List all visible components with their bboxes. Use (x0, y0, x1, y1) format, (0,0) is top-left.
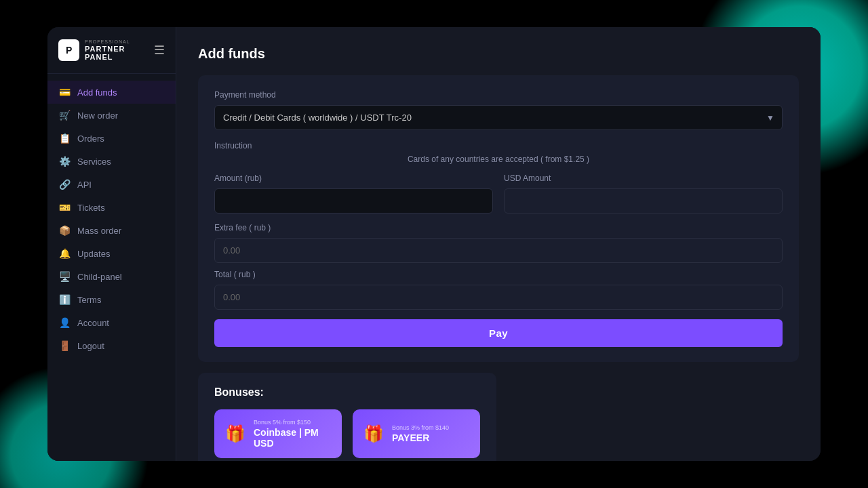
payment-method-section: Payment method Credit / Debit Cards ( wo… (214, 90, 783, 130)
logo-text: PROFESSIONAL PARTNER PANEL (85, 39, 154, 61)
bonus-small-text-1: Bonus 5% from $150 (254, 419, 331, 426)
total-label: Total ( rub ) (214, 270, 783, 279)
bonus-text-coinbase: Bonus 5% from $150 Coinbase | PM USD (254, 419, 331, 449)
usd-amount-group: USD Amount (504, 174, 783, 214)
sidebar-item-new-order[interactable]: 🛒 New order (47, 104, 176, 127)
hamburger-menu-icon[interactable]: ☰ (154, 43, 165, 58)
terms-icon: ℹ️ (58, 294, 71, 305)
payment-method-select-wrapper: Credit / Debit Cards ( worldwide ) / USD… (214, 105, 783, 130)
tickets-icon: 🎫 (58, 202, 71, 213)
sidebar-header: P PROFESSIONAL PARTNER PANEL ☰ (47, 27, 176, 74)
bonus-item-payeer[interactable]: 🎁 Bonus 3% from $140 PAYEER (353, 409, 480, 458)
sidebar-item-mass-order[interactable]: 📦 Mass order (47, 219, 176, 242)
extra-fee-group: Extra fee ( rub ) (214, 223, 783, 263)
amount-input[interactable] (214, 188, 493, 214)
bonus-text-payeer: Bonus 3% from $140 PAYEER (392, 424, 449, 443)
extra-fee-input (214, 238, 783, 263)
bonus-gift-icon-1: 🎁 (225, 424, 245, 443)
usd-amount-label: USD Amount (504, 174, 783, 183)
total-group: Total ( rub ) (214, 270, 783, 310)
bonuses-title: Bonuses: (214, 386, 480, 399)
account-icon: 👤 (58, 317, 71, 328)
sidebar-nav: 💳 Add funds 🛒 New order 📋 Orders ⚙️ Serv… (47, 74, 176, 461)
amount-label: Amount (rub) (214, 174, 493, 183)
usd-amount-input (504, 188, 783, 214)
child-panel-icon: 🖥️ (58, 271, 71, 282)
bonus-gift-icon-2: 🎁 (363, 424, 384, 443)
bonus-small-text-2: Bonus 3% from $140 (392, 424, 449, 431)
logout-icon: 🚪 (58, 340, 71, 351)
api-icon: 🔗 (58, 179, 71, 190)
services-icon: ⚙️ (58, 156, 71, 167)
bonus-item-coinbase[interactable]: 🎁 Bonus 5% from $150 Coinbase | PM USD (214, 409, 342, 458)
instruction-section: Instruction Cards of any countries are a… (214, 141, 783, 164)
orders-icon: 📋 (58, 133, 71, 144)
logo-area: P PROFESSIONAL PARTNER PANEL (58, 39, 154, 61)
total-input (214, 285, 783, 310)
payment-method-label: Payment method (214, 90, 783, 100)
sidebar-item-add-funds[interactable]: 💳 Add funds (47, 81, 176, 104)
page-title: Add funds (198, 46, 799, 62)
updates-icon: 🔔 (58, 248, 71, 259)
extra-fee-label: Extra fee ( rub ) (214, 223, 783, 232)
add-funds-card: Payment method Credit / Debit Cards ( wo… (198, 75, 799, 362)
app-container: P PROFESSIONAL PARTNER PANEL ☰ 💳 Add fun… (47, 27, 821, 461)
bonus-items: 🎁 Bonus 5% from $150 Coinbase | PM USD 🎁… (214, 409, 480, 458)
sidebar-item-orders[interactable]: 📋 Orders (47, 127, 176, 150)
sidebar-item-tickets[interactable]: 🎫 Tickets (47, 196, 176, 219)
bonuses-card: Bonuses: 🎁 Bonus 5% from $150 Coinbase |… (198, 373, 496, 461)
bonus-name-1: Coinbase | PM USD (254, 427, 331, 449)
amount-group: Amount (rub) (214, 174, 493, 214)
instruction-text: Cards of any countries are accepted ( fr… (214, 155, 783, 164)
sidebar-item-terms[interactable]: ℹ️ Terms (47, 288, 176, 311)
mass-order-icon: 📦 (58, 225, 71, 236)
sidebar-item-account[interactable]: 👤 Account (47, 311, 176, 334)
sidebar-item-updates[interactable]: 🔔 Updates (47, 242, 176, 265)
sidebar: P PROFESSIONAL PARTNER PANEL ☰ 💳 Add fun… (47, 27, 176, 461)
sidebar-item-services[interactable]: ⚙️ Services (47, 150, 176, 173)
main-content: Add funds Payment method Credit / Debit … (176, 27, 821, 461)
instruction-label: Instruction (214, 141, 783, 150)
logo-icon: P (58, 39, 79, 61)
add-funds-icon: 💳 (58, 87, 71, 98)
payment-method-select[interactable]: Credit / Debit Cards ( worldwide ) / USD… (214, 105, 783, 130)
amount-row: Amount (rub) USD Amount (214, 174, 783, 214)
sidebar-item-child-panel[interactable]: 🖥️ Child-panel (47, 265, 176, 288)
bonus-name-2: PAYEER (392, 432, 449, 443)
pay-button[interactable]: Pay (214, 319, 783, 347)
sidebar-item-logout[interactable]: 🚪 Logout (47, 334, 176, 357)
sidebar-item-api[interactable]: 🔗 API (47, 173, 176, 196)
new-order-icon: 🛒 (58, 110, 71, 121)
